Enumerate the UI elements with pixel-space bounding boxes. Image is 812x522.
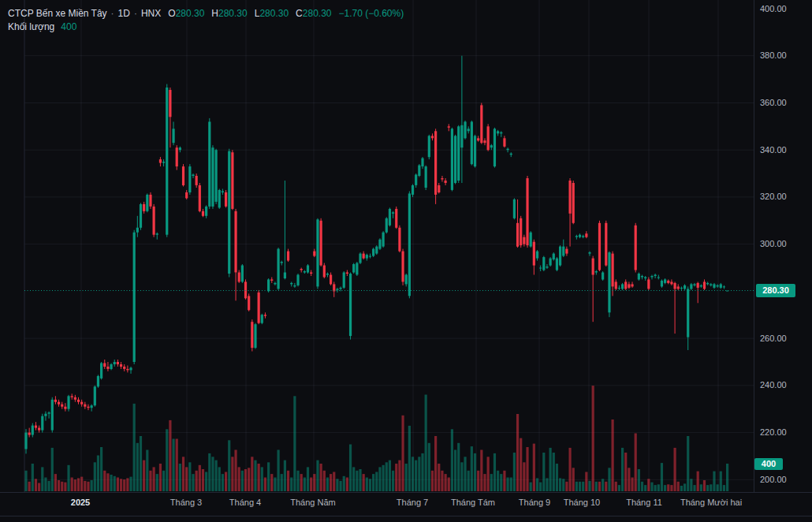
open-label: O <box>168 8 175 19</box>
time-label-month: Tháng 10 <box>564 498 600 507</box>
price-tick: 240.00 <box>760 380 787 390</box>
interval-label[interactable]: 1D <box>118 8 130 19</box>
legend: CTCP Bến xe Miền Tây·1D·HNXO280.30H280.3… <box>8 7 404 34</box>
volume-value: 400 <box>61 21 76 32</box>
price-tick: 300.00 <box>760 239 787 248</box>
candles <box>24 56 728 454</box>
time-label-month: Tháng 11 <box>626 498 662 507</box>
separator-dot: · <box>134 8 137 19</box>
price-tick: 200.00 <box>760 475 787 484</box>
close-value: 280.30 <box>303 8 332 19</box>
time-label-month: Tháng Mười hai <box>680 498 742 507</box>
price-tick: 380.00 <box>760 50 787 60</box>
price-tick: 320.00 <box>760 192 787 201</box>
chart-window: CTCP Bến xe Miền Tây·1D·HNXO280.30H280.3… <box>0 0 812 522</box>
exchange-label: HNX <box>141 8 161 19</box>
time-label-month: Tháng 4 <box>229 498 261 507</box>
low-value: 280.30 <box>259 8 289 19</box>
symbol-title[interactable]: CTCP Bến xe Miền Tây <box>8 8 107 19</box>
price-tick: 340.00 <box>760 145 787 155</box>
open-value: 280.30 <box>176 8 205 19</box>
time-axis[interactable]: 2025Tháng 3Tháng 4Tháng NămTháng 7Tháng … <box>0 492 812 516</box>
candlestick-chart[interactable] <box>0 0 812 522</box>
time-label-month: Tháng 3 <box>170 498 202 507</box>
price-tick: 220.00 <box>760 427 787 437</box>
volume-label[interactable]: Khối lượng <box>8 21 54 32</box>
time-label-month: Tháng 7 <box>397 498 428 507</box>
volume-bars <box>24 386 728 491</box>
separator-dot: · <box>111 8 114 19</box>
time-label-month: Tháng Năm <box>290 498 335 507</box>
time-label-month: Tháng Tám <box>451 498 495 507</box>
price-tick: 260.00 <box>760 334 787 343</box>
price-tick: 360.00 <box>760 98 787 107</box>
last-price-badge: 280.30 <box>756 284 795 297</box>
change-value: −1.70 (−0.60%) <box>338 8 404 19</box>
price-axis[interactable]: 280.30 400 400.00380.00360.00340.00320.0… <box>754 0 812 492</box>
price-tick: 400.00 <box>760 4 787 13</box>
volume-badge: 400 <box>754 458 783 470</box>
high-label: H <box>211 8 218 19</box>
high-value: 280.30 <box>218 8 248 19</box>
close-label: C <box>296 8 303 19</box>
time-label-month: Tháng 9 <box>519 498 550 507</box>
symbol-row: CTCP Bến xe Miền Tây·1D·HNXO280.30H280.3… <box>8 7 404 21</box>
volume-row: Khối lượng400 <box>8 21 404 34</box>
time-label-year: 2025 <box>71 498 90 507</box>
